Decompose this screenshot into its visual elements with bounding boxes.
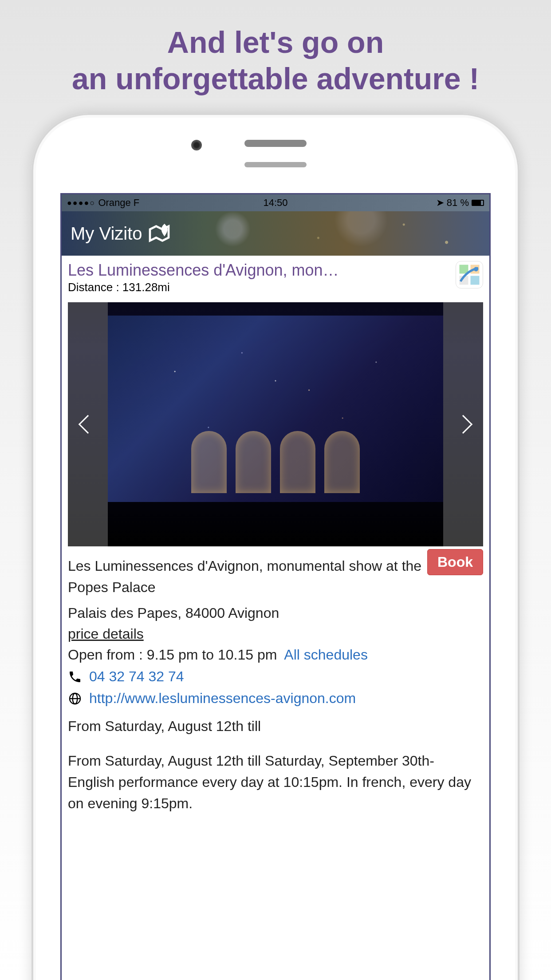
phone-speaker bbox=[244, 140, 307, 147]
svg-rect-3 bbox=[471, 276, 480, 285]
phone-frame: ●●●●○ Orange F 14:50 ➤ 81 % My Vizito bbox=[31, 113, 520, 980]
poi-description: Les Luminessences d'Avignon, monumental … bbox=[68, 555, 427, 598]
battery-label: 81 % bbox=[447, 197, 469, 209]
location-icon: ➤ bbox=[436, 197, 444, 209]
map-pin-icon bbox=[147, 221, 172, 246]
carousel-next-button[interactable] bbox=[443, 302, 483, 546]
phone-home-indicator bbox=[244, 162, 307, 167]
svg-point-4 bbox=[474, 267, 478, 272]
chevron-left-icon bbox=[79, 415, 97, 434]
poi-title: Les Luminessences d'Avignon, mon… bbox=[68, 261, 339, 280]
battery-icon bbox=[472, 200, 484, 206]
date-info-2: From Saturday, August 12th till Saturday… bbox=[68, 750, 483, 814]
map-button[interactable] bbox=[456, 261, 483, 288]
app-title: My Vizito bbox=[71, 221, 172, 246]
promo-line2: an unforgettable adventure ! bbox=[0, 61, 551, 97]
signal-icon: ●●●●○ bbox=[67, 198, 95, 208]
carousel-image bbox=[191, 431, 360, 493]
app-header: My Vizito bbox=[62, 211, 489, 256]
image-carousel[interactable] bbox=[68, 302, 483, 546]
status-time: 14:50 bbox=[263, 197, 287, 209]
website-link[interactable]: http://www.lesluminessences-avignon.com bbox=[89, 690, 356, 707]
book-button[interactable]: Book bbox=[427, 549, 483, 575]
app-screen: ●●●●○ Orange F 14:50 ➤ 81 % My Vizito bbox=[60, 193, 491, 980]
globe-icon bbox=[68, 692, 82, 706]
carousel-prev-button[interactable] bbox=[68, 302, 108, 546]
promo-line1: And let's go on bbox=[0, 24, 551, 61]
poi-distance: Distance : 131.28mi bbox=[68, 281, 339, 294]
promo-headline: And let's go on an unforgettable adventu… bbox=[0, 0, 551, 97]
price-details-link[interactable]: price details bbox=[68, 626, 483, 642]
phone-icon bbox=[68, 670, 82, 684]
carrier-label: Orange F bbox=[98, 197, 139, 209]
phone-camera bbox=[191, 140, 202, 150]
phone-link[interactable]: 04 32 74 32 74 bbox=[89, 668, 184, 685]
chevron-right-icon bbox=[454, 415, 472, 434]
open-hours: Open from : 9.15 pm to 10.15 pm bbox=[68, 647, 277, 663]
status-bar: ●●●●○ Orange F 14:50 ➤ 81 % bbox=[62, 194, 489, 211]
date-info-1: From Saturday, August 12th till bbox=[68, 715, 483, 737]
poi-address: Palais des Papes, 84000 Avignon bbox=[68, 605, 483, 621]
all-schedules-link[interactable]: All schedules bbox=[284, 647, 368, 663]
